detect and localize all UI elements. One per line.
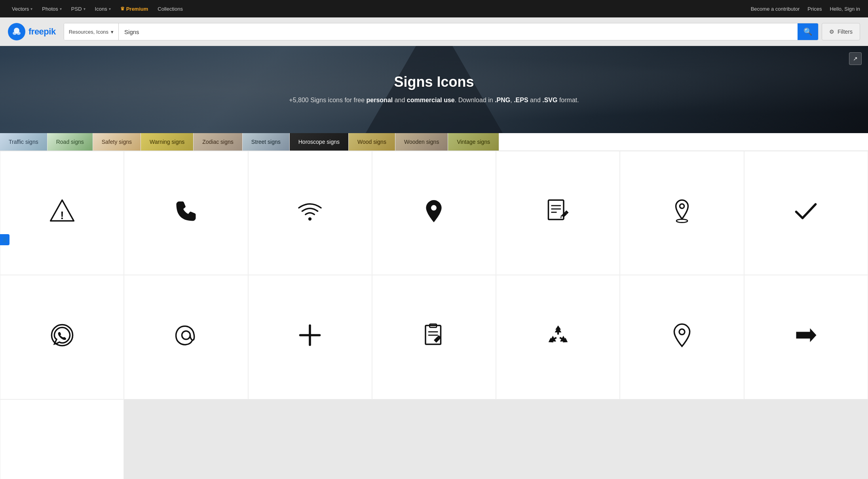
tab-label: Wooden signs	[404, 139, 439, 145]
top-nav-left: Vectors ▾ Photos ▾ PSD ▾ Icons ▾ ♛ Premi…	[8, 4, 187, 13]
tab-label: Road signs	[56, 139, 84, 145]
plus-icon	[296, 321, 324, 353]
search-icon: 🔍	[803, 27, 812, 36]
chevron-down-icon: ▾	[111, 29, 114, 35]
hero-section: ↗ Signs Icons +5,800 Signs icons for fre…	[0, 46, 868, 133]
recycle-icon	[544, 321, 572, 353]
hero-format-svg: .SVG	[542, 97, 557, 103]
location-pin-outline-svg	[668, 321, 696, 349]
tab-label: Zodiac signs	[202, 139, 234, 145]
svg-point-14	[182, 331, 190, 339]
icon-cell-arrow-right[interactable]	[744, 275, 868, 399]
svg-marker-23	[548, 336, 556, 344]
icon-cell-location-circle[interactable]	[620, 151, 744, 275]
icon-cell-warning-triangle[interactable]: !	[0, 151, 124, 275]
tab-label: Vintage signs	[457, 139, 490, 145]
category-tabs: Traffic signs Road signs Safety signs Wa…	[0, 133, 868, 151]
tab-wooden-signs[interactable]: Wooden signs	[395, 133, 448, 151]
phone-icon	[172, 197, 200, 229]
wifi-icon	[296, 197, 324, 229]
location-pin-outline-icon	[668, 321, 696, 353]
clipboard-edit-svg	[420, 321, 448, 349]
search-input[interactable]	[119, 23, 798, 40]
nav-item-photos[interactable]: Photos ▾	[38, 4, 65, 13]
icon-cell-document-edit[interactable]	[496, 151, 620, 275]
hero-comma1: ,	[510, 97, 514, 103]
icon-cell-location-pin[interactable]	[372, 151, 496, 275]
nav-item-icons[interactable]: Icons ▾	[91, 4, 115, 13]
hero-title: Signs Icons	[394, 74, 474, 90]
icon-cell-at-sign[interactable]	[124, 275, 248, 399]
tab-road-signs[interactable]: Road signs	[47, 133, 93, 151]
freepik-logo-svg	[11, 27, 22, 37]
tab-warning-signs[interactable]: Warning signs	[141, 133, 194, 151]
tab-label: Safety signs	[102, 139, 132, 145]
icon-cell-checkmark[interactable]	[744, 151, 868, 275]
tab-safety-signs[interactable]: Safety signs	[93, 133, 141, 151]
tab-vintage-signs[interactable]: Vintage signs	[448, 133, 499, 151]
icon-cell-recycle[interactable]	[496, 275, 620, 399]
hero-format-png: .PNG	[495, 97, 510, 103]
wifi-svg	[296, 197, 324, 225]
icon-cell-whatsapp[interactable]	[0, 275, 124, 399]
tab-label: Wood signs	[357, 139, 386, 145]
hero-subtitle-end: . Download in	[455, 97, 495, 103]
hero-bold-commercial: commercial use	[407, 97, 455, 103]
svg-point-1	[13, 32, 17, 35]
icon-cell-partial[interactable]	[0, 399, 124, 479]
document-edit-svg	[544, 197, 572, 225]
icon-cell-location-pin-outline[interactable]	[620, 275, 744, 399]
crown-icon: ♛	[120, 6, 125, 11]
search-category-dropdown[interactable]: Resources, Icons ▾	[64, 23, 119, 40]
tab-traffic-signs[interactable]: Traffic signs	[0, 133, 47, 151]
chevron-down-icon: ▾	[60, 7, 62, 11]
chevron-down-icon: ▾	[30, 7, 32, 11]
hero-bold-personal: personal	[367, 97, 393, 103]
search-container: Resources, Icons ▾ 🔍	[64, 23, 819, 40]
icon-cell-clipboard-edit[interactable]	[372, 275, 496, 399]
prices-link[interactable]: Prices	[807, 6, 822, 12]
svg-point-2	[17, 32, 21, 35]
triangle-warning-svg: !	[48, 197, 76, 225]
tab-label: Warning signs	[150, 139, 184, 145]
whatsapp-icon	[48, 321, 76, 353]
top-navigation: Vectors ▾ Photos ▾ PSD ▾ Icons ▾ ♛ Premi…	[0, 0, 868, 17]
chevron-down-icon: ▾	[109, 7, 111, 11]
tab-street-signs[interactable]: Street signs	[243, 133, 290, 151]
arrow-right-svg	[792, 321, 820, 349]
hero-and: and	[528, 97, 543, 103]
search-button[interactable]: 🔍	[798, 23, 818, 40]
tab-horoscope-signs[interactable]: Horoscope signs	[290, 133, 349, 151]
icon-cell-phone[interactable]	[124, 151, 248, 275]
nav-item-psd[interactable]: PSD ▾	[67, 4, 89, 13]
checkmark-icon	[792, 197, 820, 229]
svg-point-12	[676, 219, 688, 222]
tab-zodiac-signs[interactable]: Zodiac signs	[194, 133, 243, 151]
checkmark-svg	[792, 197, 820, 225]
nav-item-premium[interactable]: ♛ Premium	[116, 4, 152, 13]
svg-marker-22	[560, 336, 568, 344]
user-icon: 👤	[2, 237, 8, 242]
nav-item-collections[interactable]: Collections	[154, 4, 187, 13]
svg-marker-25	[796, 328, 817, 342]
warning-triangle-icon: !	[48, 197, 76, 229]
share-button[interactable]: ↗	[849, 52, 862, 65]
chevron-down-icon: ▾	[84, 7, 85, 11]
hero-subtitle: +5,800 Signs icons for free personal and…	[289, 95, 579, 105]
recycle-svg	[544, 321, 572, 349]
hero-subtitle-plain: +5,800 Signs icons for free	[289, 97, 366, 103]
become-contributor-link[interactable]: Become a contributor	[751, 6, 800, 12]
icon-cell-plus[interactable]	[248, 275, 372, 399]
icon-cell-wifi[interactable]	[248, 151, 372, 275]
logo[interactable]: freepik	[8, 23, 56, 40]
svg-point-24	[679, 329, 685, 335]
user-sidebar-icon[interactable]: 👤	[0, 234, 9, 245]
svg-point-11	[680, 204, 684, 208]
whatsapp-svg	[48, 321, 76, 349]
nav-item-vectors[interactable]: Vectors ▾	[8, 4, 36, 13]
hero-subtitle-middle: and	[393, 97, 407, 103]
nav-psd-label: PSD	[71, 6, 82, 12]
tab-wood-signs[interactable]: Wood signs	[349, 133, 395, 151]
sign-in-link[interactable]: Hello, Sign in	[830, 6, 860, 12]
filters-button[interactable]: ⚙ Filters	[822, 23, 860, 40]
